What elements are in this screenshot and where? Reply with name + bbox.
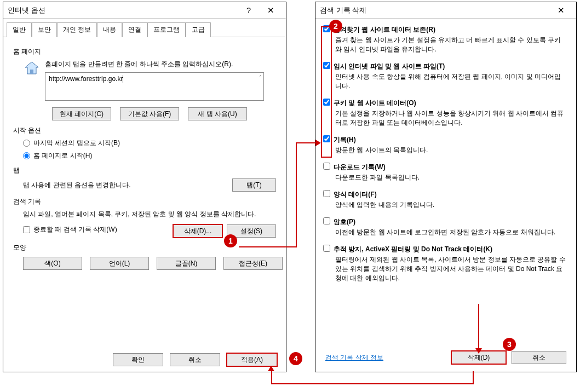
general-panel: 홈 페이지 홈페이지 탭을 만들려면 한 줄에 하나씩 주소를 입력하십시오(R… [3,37,286,281]
history-checkbox[interactable] [323,163,330,170]
delete-history-dialog: 검색 기록 삭제 ✕ 즐겨찾기 웹 사이트 데이터 보존(R)즐겨 찾는 웹 사… [315,2,577,372]
home-icon [23,60,41,77]
use-newtab-button[interactable]: 새 탭 사용(U) [188,107,247,120]
history-check-label: 기록(H) [334,135,356,145]
history-check-label: 임시 인터넷 파일 및 웹 사이트 파일(T) [334,62,445,71]
tab-content[interactable]: 내용 [97,22,122,37]
scroll-up-icon[interactable]: ˄ [259,74,262,80]
dialog-title: 인터넷 옵션 [8,5,238,15]
tab-privacy[interactable]: 개인 정보 [57,22,97,37]
tab-general[interactable]: 일반 [7,22,32,37]
history-check-item: 암호(P)이전에 방문한 웹 사이트에 로그인하면 저장된 암호가 자동으로 채… [323,217,566,237]
startup-section-label: 시작 옵션 [13,126,276,135]
delete-history-panel: 즐겨찾기 웹 사이트 데이터 보존(R)즐겨 찾는 웹 사이트가 기본 설정을 … [315,19,576,297]
titlebar: 인터넷 옵션 ? ✕ [3,2,286,19]
history-check-item: 다운로드 기록(W)다운로드한 파일 목록입니다. [323,163,566,182]
history-checkbox[interactable] [323,190,330,197]
history-check-desc: 방문한 웹 사이트의 목록입니다. [335,146,566,155]
history-checkbox[interactable] [323,217,330,224]
history-check-desc: 이전에 방문한 웹 사이트에 로그인하면 저장된 암호가 자동으로 채워집니다. [335,228,566,237]
homepage-instruction: 홈페이지 탭을 만들려면 한 줄에 하나씩 주소를 입력하십시오(R). [45,60,264,69]
appearance-section-label: 모양 [13,243,276,252]
callout-3: 3 [503,338,516,351]
history-check-item: 양식 데이터(F)양식에 입력한 내용의 기록입니다. [323,190,566,210]
history-check-row[interactable]: 추적 방지, ActiveX 필터링 및 Do Not Track 데이터(K) [323,245,566,254]
history-check-desc: 양식에 입력한 내용의 기록입니다. [335,200,566,210]
tab-advanced[interactable]: 고급 [186,22,211,37]
close-button[interactable]: ✕ [550,5,572,15]
dialog-button-bar: 검색 기록 삭제 정보 삭제(D) 취소 [325,351,566,364]
history-check-label: 양식 데이터(F) [334,190,377,199]
history-check-item: 추적 방지, ActiveX 필터링 및 Do Not Track 데이터(K)… [323,245,566,283]
startup-homepage-radio[interactable]: 홈 페이지로 시작(H) [23,151,276,160]
history-check-label: 쿠키 및 웹 사이트 데이터(O) [334,99,416,108]
tab-programs[interactable]: 프로그램 [147,22,186,37]
colors-button[interactable]: 색(O) [23,257,82,270]
dialog-title: 검색 기록 삭제 [320,5,550,15]
use-default-button[interactable]: 기본값 사용(F) [120,107,179,120]
history-check-row[interactable]: 기록(H) [323,135,566,145]
cancel-button[interactable]: 취소 [512,351,566,364]
apply-button[interactable]: 적용(A) [227,353,277,366]
svg-rect-1 [30,70,33,74]
history-check-label: 암호(P) [334,217,355,227]
tab-connections[interactable]: 연결 [122,22,147,37]
history-checkbox[interactable] [323,245,330,252]
delete-history-info-link[interactable]: 검색 기록 삭제 정보 [325,353,383,362]
history-check-row[interactable]: 즐겨찾기 웹 사이트 데이터 보존(R) [323,25,566,34]
delete-history-button[interactable]: 삭제(D)... [173,224,222,238]
callout-1: 1 [224,234,237,247]
callout-2: 2 [329,20,342,33]
history-check-desc: 즐겨 찾는 웹 사이트가 기본 설정을 유지하고 더 빠르게 표시할 수 있도록… [335,36,566,54]
close-button[interactable]: ✕ [260,5,282,15]
history-check-item: 즐겨찾기 웹 사이트 데이터 보존(R)즐겨 찾는 웹 사이트가 기본 설정을 … [323,25,566,54]
history-check-row[interactable]: 쿠키 및 웹 사이트 데이터(O) [323,99,566,108]
history-check-row[interactable]: 양식 데이터(F) [323,190,566,199]
tab-security[interactable]: 보안 [32,22,57,37]
dialog-button-bar: 확인 취소 적용(A) [113,353,277,366]
history-check-item: 쿠키 및 웹 사이트 데이터(O)기본 설정을 저장하거나 웹 사이트 성능을 … [323,99,566,128]
history-check-row[interactable]: 다운로드 기록(W) [323,163,566,172]
tab-strip: 일반 보안 개인 정보 내용 연결 프로그램 고급 [3,19,286,37]
history-check-desc: 기본 설정을 저장하거나 웹 사이트 성능을 향상시키기 위해 웹 사이트에서 … [335,109,566,128]
history-check-item: 기록(H)방문한 웹 사이트의 목록입니다. [323,135,566,155]
history-check-row[interactable]: 임시 인터넷 파일 및 웹 사이트 파일(T) [323,62,566,71]
tab-section-label: 탭 [13,166,276,175]
history-check-label: 다운로드 기록(W) [334,163,386,172]
callout-4: 4 [289,352,302,365]
cancel-button[interactable]: 취소 [170,353,220,366]
help-button[interactable]: ? [238,5,260,15]
homepage-url-input[interactable]: http://www.foresttrip.go.kr ˄ [45,72,264,101]
tabs-button[interactable]: 탭(T) [232,178,276,192]
startup-last-session-radio[interactable]: 마지막 세션의 탭으로 시작(B) [23,139,276,148]
fonts-button[interactable]: 글꼴(N) [157,257,216,270]
internet-options-dialog: 인터넷 옵션 ? ✕ 일반 보안 개인 정보 내용 연결 프로그램 고급 홈 페… [3,2,286,372]
current-page-button[interactable]: 현재 페이지(C) [52,107,111,120]
ok-button[interactable]: 확인 [113,353,163,366]
titlebar: 검색 기록 삭제 ✕ [315,2,576,19]
homepage-url-value: http://www.foresttrip.go.kr [49,75,123,83]
history-check-item: 임시 인터넷 파일 및 웹 사이트 파일(T)인터넷 사용 속도 향상을 위해 … [323,62,566,91]
accessibility-button[interactable]: 접근성(E) [223,257,283,270]
delete-on-exit-checkbox[interactable]: 종료할 때 검색 기록 삭제(W) [23,225,117,234]
history-check-desc: 다운로드한 파일 목록입니다. [335,173,566,182]
history-check-label: 즐겨찾기 웹 사이트 데이터 보존(R) [334,25,435,34]
highlight-checkbox-group [321,26,332,158]
history-check-row[interactable]: 암호(P) [323,217,566,227]
history-section-text: 임시 파일, 열어본 페이지 목록, 쿠키, 저장된 암호 및 웹 양식 정보를… [23,210,276,219]
history-check-desc: 인터넷 사용 속도 향상을 위해 컴퓨터에 저장된 웹 페이지, 이미지 및 미… [335,72,566,91]
languages-button[interactable]: 언어(L) [90,257,149,270]
history-section-label: 검색 기록 [13,197,276,206]
history-check-label: 추적 방지, ActiveX 필터링 및 Do Not Track 데이터(K) [334,245,492,254]
homepage-section-label: 홈 페이지 [13,47,276,56]
tab-section-text: 탭 사용에 관련된 옵션을 변경합니다. [23,181,131,190]
history-check-desc: 필터링에서 제외된 웹 사이트 목록, 사이트에서 방문 정보를 자동으로 공유… [335,255,566,283]
